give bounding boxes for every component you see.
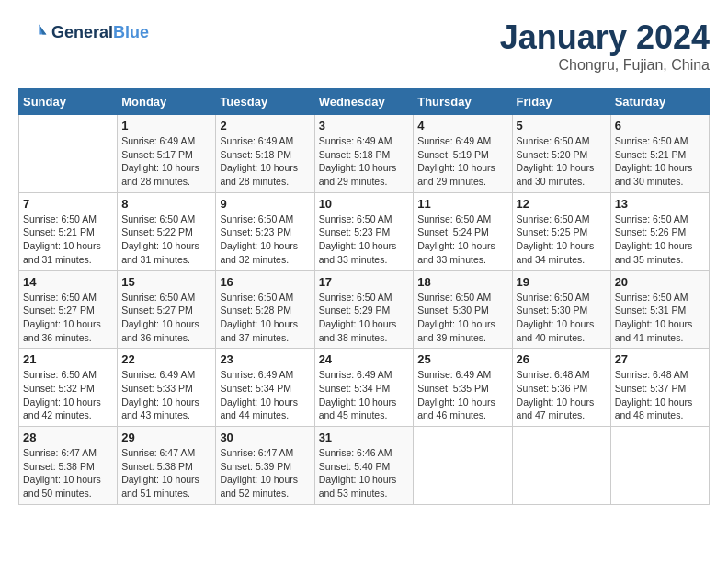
day-number: 7 xyxy=(23,197,113,211)
day-number: 12 xyxy=(517,197,607,211)
calendar-cell: 31Sunrise: 6:46 AM Sunset: 5:40 PM Dayli… xyxy=(314,427,414,505)
calendar-cell xyxy=(414,427,512,505)
day-info: Sunrise: 6:50 AM Sunset: 5:20 PM Dayligh… xyxy=(517,134,607,189)
day-info: Sunrise: 6:47 AM Sunset: 5:38 PM Dayligh… xyxy=(23,446,113,500)
logo: GeneralBlue xyxy=(18,18,149,48)
day-number: 11 xyxy=(417,197,507,211)
day-info: Sunrise: 6:47 AM Sunset: 5:39 PM Dayligh… xyxy=(220,446,310,500)
calendar-cell: 3Sunrise: 6:49 AM Sunset: 5:18 PM Daylig… xyxy=(314,115,414,193)
day-number: 13 xyxy=(615,197,705,211)
day-number: 24 xyxy=(319,352,410,366)
day-header-monday: Monday xyxy=(118,89,216,115)
calendar-cell: 13Sunrise: 6:50 AM Sunset: 5:26 PM Dayli… xyxy=(610,192,709,270)
day-info: Sunrise: 6:50 AM Sunset: 5:28 PM Dayligh… xyxy=(220,291,310,345)
day-info: Sunrise: 6:50 AM Sunset: 5:32 PM Dayligh… xyxy=(23,368,113,422)
day-number: 22 xyxy=(121,352,211,366)
day-info: Sunrise: 6:49 AM Sunset: 5:35 PM Dayligh… xyxy=(417,368,507,422)
day-number: 20 xyxy=(615,275,705,289)
calendar-cell xyxy=(19,115,118,193)
day-header-saturday: Saturday xyxy=(610,89,709,115)
day-number: 5 xyxy=(517,119,607,132)
calendar-cell: 7Sunrise: 6:50 AM Sunset: 5:21 PM Daylig… xyxy=(19,192,118,270)
day-number: 17 xyxy=(319,275,410,289)
logo-text: GeneralBlue xyxy=(51,24,149,42)
calendar-week-3: 14Sunrise: 6:50 AM Sunset: 5:27 PM Dayli… xyxy=(19,270,710,349)
day-header-wednesday: Wednesday xyxy=(314,89,414,115)
day-info: Sunrise: 6:49 AM Sunset: 5:18 PM Dayligh… xyxy=(319,134,410,189)
calendar-cell: 14Sunrise: 6:50 AM Sunset: 5:27 PM Dayli… xyxy=(19,270,118,349)
day-info: Sunrise: 6:50 AM Sunset: 5:21 PM Dayligh… xyxy=(23,213,113,267)
day-info: Sunrise: 6:50 AM Sunset: 5:29 PM Dayligh… xyxy=(319,291,410,345)
day-header-friday: Friday xyxy=(512,89,610,115)
calendar-cell: 9Sunrise: 6:50 AM Sunset: 5:23 PM Daylig… xyxy=(216,192,314,270)
calendar-cell: 25Sunrise: 6:49 AM Sunset: 5:35 PM Dayli… xyxy=(414,349,512,427)
day-number: 29 xyxy=(121,431,211,444)
calendar-week-4: 21Sunrise: 6:50 AM Sunset: 5:32 PM Dayli… xyxy=(19,349,710,427)
title-block: January 2024 Chongru, Fujian, China xyxy=(500,18,710,74)
day-info: Sunrise: 6:50 AM Sunset: 5:22 PM Dayligh… xyxy=(121,213,211,267)
day-info: Sunrise: 6:46 AM Sunset: 5:40 PM Dayligh… xyxy=(319,446,410,500)
calendar-cell: 15Sunrise: 6:50 AM Sunset: 5:27 PM Dayli… xyxy=(118,270,216,349)
day-info: Sunrise: 6:50 AM Sunset: 5:23 PM Dayligh… xyxy=(319,213,410,267)
day-number: 23 xyxy=(220,352,310,366)
calendar-cell xyxy=(610,427,709,505)
day-info: Sunrise: 6:49 AM Sunset: 5:34 PM Dayligh… xyxy=(319,368,410,422)
day-info: Sunrise: 6:50 AM Sunset: 5:24 PM Dayligh… xyxy=(417,213,507,267)
day-info: Sunrise: 6:50 AM Sunset: 5:30 PM Dayligh… xyxy=(417,291,507,345)
day-info: Sunrise: 6:50 AM Sunset: 5:31 PM Dayligh… xyxy=(615,291,705,345)
calendar-cell: 10Sunrise: 6:50 AM Sunset: 5:23 PM Dayli… xyxy=(314,192,414,270)
day-number: 18 xyxy=(417,275,507,289)
calendar-cell: 1Sunrise: 6:49 AM Sunset: 5:17 PM Daylig… xyxy=(118,115,216,193)
calendar-cell: 28Sunrise: 6:47 AM Sunset: 5:38 PM Dayli… xyxy=(19,427,118,505)
day-info: Sunrise: 6:49 AM Sunset: 5:34 PM Dayligh… xyxy=(220,368,310,422)
day-number: 27 xyxy=(615,352,705,366)
day-number: 6 xyxy=(615,119,705,132)
calendar-cell: 5Sunrise: 6:50 AM Sunset: 5:20 PM Daylig… xyxy=(512,115,610,193)
day-header-thursday: Thursday xyxy=(414,89,512,115)
day-info: Sunrise: 6:48 AM Sunset: 5:36 PM Dayligh… xyxy=(517,368,607,422)
day-number: 25 xyxy=(417,352,507,366)
calendar-cell: 24Sunrise: 6:49 AM Sunset: 5:34 PM Dayli… xyxy=(314,349,414,427)
calendar-table: SundayMondayTuesdayWednesdayThursdayFrid… xyxy=(18,88,710,505)
day-number: 1 xyxy=(121,119,211,132)
day-info: Sunrise: 6:50 AM Sunset: 5:26 PM Dayligh… xyxy=(615,213,705,267)
location-title: Chongru, Fujian, China xyxy=(500,57,710,74)
calendar-week-1: 1Sunrise: 6:49 AM Sunset: 5:17 PM Daylig… xyxy=(19,115,710,193)
calendar-cell xyxy=(512,427,610,505)
day-number: 14 xyxy=(23,275,113,289)
day-info: Sunrise: 6:50 AM Sunset: 5:23 PM Dayligh… xyxy=(220,213,310,267)
calendar-cell: 11Sunrise: 6:50 AM Sunset: 5:24 PM Dayli… xyxy=(414,192,512,270)
calendar-cell: 16Sunrise: 6:50 AM Sunset: 5:28 PM Dayli… xyxy=(216,270,314,349)
day-number: 26 xyxy=(517,352,607,366)
calendar-cell: 6Sunrise: 6:50 AM Sunset: 5:21 PM Daylig… xyxy=(610,115,709,193)
logo-icon xyxy=(18,18,48,48)
day-number: 8 xyxy=(121,197,211,211)
day-number: 10 xyxy=(319,197,410,211)
day-info: Sunrise: 6:50 AM Sunset: 5:27 PM Dayligh… xyxy=(23,291,113,345)
calendar-header-row: SundayMondayTuesdayWednesdayThursdayFrid… xyxy=(19,89,710,115)
month-title: January 2024 xyxy=(500,18,710,57)
calendar-week-5: 28Sunrise: 6:47 AM Sunset: 5:38 PM Dayli… xyxy=(19,427,710,505)
day-info: Sunrise: 6:50 AM Sunset: 5:25 PM Dayligh… xyxy=(517,213,607,267)
calendar-cell: 26Sunrise: 6:48 AM Sunset: 5:36 PM Dayli… xyxy=(512,349,610,427)
day-header-tuesday: Tuesday xyxy=(216,89,314,115)
calendar-cell: 30Sunrise: 6:47 AM Sunset: 5:39 PM Dayli… xyxy=(216,427,314,505)
day-info: Sunrise: 6:49 AM Sunset: 5:19 PM Dayligh… xyxy=(417,134,507,189)
day-info: Sunrise: 6:47 AM Sunset: 5:38 PM Dayligh… xyxy=(121,446,211,500)
day-number: 30 xyxy=(220,431,310,444)
calendar-cell: 19Sunrise: 6:50 AM Sunset: 5:30 PM Dayli… xyxy=(512,270,610,349)
calendar-cell: 4Sunrise: 6:49 AM Sunset: 5:19 PM Daylig… xyxy=(414,115,512,193)
day-info: Sunrise: 6:49 AM Sunset: 5:33 PM Dayligh… xyxy=(121,368,211,422)
day-info: Sunrise: 6:49 AM Sunset: 5:17 PM Dayligh… xyxy=(121,134,211,189)
day-number: 31 xyxy=(319,431,410,444)
day-info: Sunrise: 6:49 AM Sunset: 5:18 PM Dayligh… xyxy=(220,134,310,189)
day-number: 3 xyxy=(319,119,410,132)
day-number: 21 xyxy=(23,352,113,366)
day-info: Sunrise: 6:50 AM Sunset: 5:21 PM Dayligh… xyxy=(615,134,705,189)
day-number: 9 xyxy=(220,197,310,211)
day-number: 19 xyxy=(517,275,607,289)
calendar-cell: 21Sunrise: 6:50 AM Sunset: 5:32 PM Dayli… xyxy=(19,349,118,427)
day-number: 4 xyxy=(417,119,507,132)
day-number: 16 xyxy=(220,275,310,289)
day-number: 2 xyxy=(220,119,310,132)
